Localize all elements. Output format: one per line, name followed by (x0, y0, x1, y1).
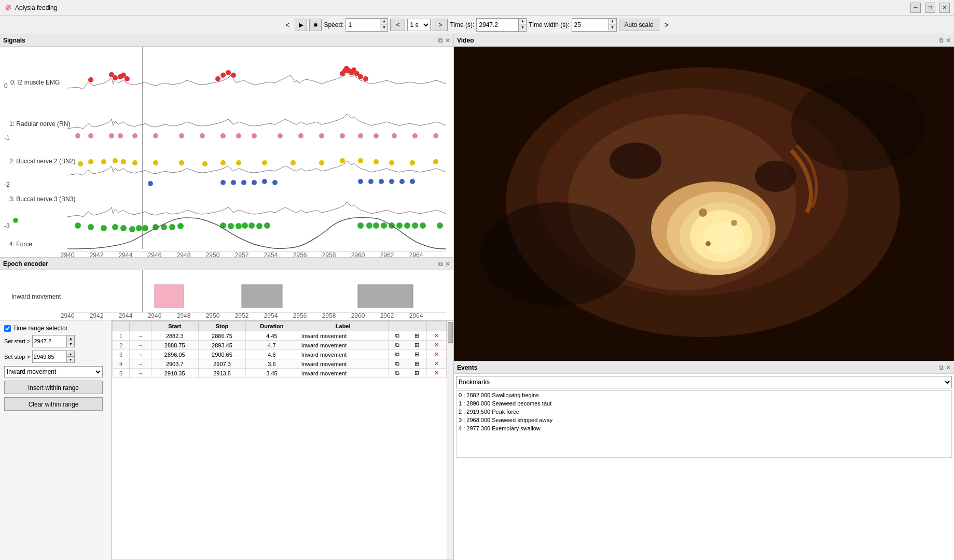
svg-text:2952: 2952 (235, 251, 249, 257)
col-duration[interactable]: Duration (246, 321, 298, 331)
speed-down-button[interactable]: ▼ (380, 24, 388, 30)
timewidth-spinner[interactable]: ▲ ▼ (609, 19, 616, 31)
time-down-button[interactable]: ▼ (519, 24, 526, 30)
row-start: 2896.05 (151, 350, 198, 359)
svg-point-77 (101, 225, 107, 231)
signals-panel-header: Signals ⧉ ✕ (0, 34, 453, 47)
row-arrow[interactable]: → (130, 331, 151, 341)
row-action-split[interactable]: ⧉ (388, 359, 407, 369)
row-arrow[interactable]: → (130, 359, 151, 369)
autoscale-button[interactable]: Auto scale (619, 19, 659, 31)
set-start-spinner[interactable]: ▲ ▼ (66, 335, 74, 347)
row-action-copy[interactable]: ⊞ (407, 350, 426, 359)
row-action-split[interactable]: ⧉ (388, 341, 407, 350)
clear-within-range-button[interactable]: Clear within range (4, 397, 103, 411)
table-scrollbar-thumb[interactable] (448, 322, 453, 343)
table-scrollbar[interactable] (447, 321, 453, 559)
svg-point-8 (215, 76, 220, 81)
epoch-panel: Epoch encoder ⧉ ✕ Inward movement (0, 258, 453, 320)
row-start: 2910.35 (151, 369, 198, 378)
close-button[interactable]: ✕ (939, 3, 950, 13)
svg-text:Inward movement: Inward movement (11, 293, 61, 300)
timewidth-down-button[interactable]: ▼ (609, 24, 616, 30)
row-arrow[interactable]: → (130, 350, 151, 359)
events-close-icon[interactable]: ✕ (946, 364, 951, 371)
time-input[interactable]: 2947.2 (477, 19, 518, 31)
set-stop-spinner[interactable]: ▲ ▼ (66, 351, 74, 362)
svg-point-73 (410, 179, 415, 184)
row-action-delete[interactable]: ✕ (426, 350, 446, 359)
col-stop[interactable]: Stop (198, 321, 245, 331)
time-range-checkbox[interactable] (4, 325, 11, 332)
nav-right-button[interactable]: > (433, 19, 448, 31)
nav-left-button[interactable]: < (390, 19, 405, 31)
row-action-copy[interactable]: ⊞ (407, 359, 426, 369)
bookmark-item[interactable]: 2 : 2919.500 Peak force (457, 408, 951, 416)
row-label: Inward movement (298, 369, 388, 378)
svg-point-79 (120, 225, 127, 231)
row-arrow[interactable]: → (130, 369, 151, 378)
bookmarks-dropdown[interactable]: Bookmarks (456, 376, 952, 388)
trace-label-0: 0: I2 muscle EMG (10, 79, 60, 86)
play-button[interactable]: ▶ (295, 19, 307, 31)
speed-up-button[interactable]: ▲ (380, 19, 388, 24)
table-scroll[interactable]: Start Stop Duration Label (112, 321, 447, 559)
signals-content: 0 -1 -2 -3 -4 0: I2 muscle EMG 1: Radula… (0, 47, 453, 257)
svg-point-102 (420, 222, 426, 229)
svg-point-62 (220, 180, 226, 185)
set-start-input[interactable]: 2947.2 (33, 335, 66, 347)
bookmark-item[interactable]: 4 : 2977.300 Exemplary swallow (457, 424, 951, 432)
set-start-up-button[interactable]: ▲ (67, 335, 74, 341)
maximize-button[interactable]: □ (925, 3, 935, 13)
bookmark-item[interactable]: 1 : 2890.000 Seaweed becomes taut (457, 399, 951, 408)
row-number: 2 (113, 341, 130, 350)
svg-text:2960: 2960 (351, 312, 365, 319)
row-action-copy[interactable]: ⊞ (407, 369, 426, 378)
row-arrow[interactable]: → (130, 341, 151, 350)
stop-button[interactable]: ■ (309, 19, 322, 31)
table-row: 5 → 2910.35 2913.8 3.45 Inward movement … (113, 369, 447, 378)
signals-restore-icon[interactable]: ⧉ (438, 37, 443, 44)
bookmark-item[interactable]: 0 : 2882.000 Swallowing begins (457, 391, 951, 399)
video-restore-icon[interactable]: ⧉ (939, 37, 944, 44)
svg-point-103 (437, 222, 443, 229)
signals-close-icon[interactable]: ✕ (445, 37, 450, 44)
row-action-split[interactable]: ⧉ (388, 350, 407, 359)
scroll-right-button[interactable]: > (661, 20, 672, 30)
epoch-restore-icon[interactable]: ⧉ (438, 260, 443, 268)
events-restore-icon[interactable]: ⧉ (939, 364, 944, 371)
col-label[interactable]: Label (298, 321, 388, 331)
set-start-down-button[interactable]: ▼ (67, 341, 74, 347)
time-up-button[interactable]: ▲ (519, 19, 526, 24)
events-panel-title: Events (457, 364, 477, 371)
speed-spinner[interactable]: ▲ ▼ (380, 19, 388, 31)
svg-point-7 (125, 76, 130, 81)
timewidth-input[interactable]: 25 (572, 19, 609, 31)
row-action-split[interactable]: ⧉ (388, 331, 407, 341)
speed-input[interactable]: 1 (346, 19, 380, 31)
row-action-delete[interactable]: ✕ (426, 369, 446, 378)
row-action-copy[interactable]: ⊞ (407, 341, 426, 350)
row-action-split[interactable]: ⧉ (388, 369, 407, 378)
svg-text:2944: 2944 (119, 251, 133, 257)
set-stop-down-button[interactable]: ▼ (67, 357, 74, 362)
bookmark-item[interactable]: 3 : 2968.000 Seaweed stripped away (457, 416, 951, 424)
row-action-delete[interactable]: ✕ (426, 341, 446, 350)
label-select[interactable]: Inward movement (4, 366, 103, 377)
epoch-close-icon[interactable]: ✕ (445, 260, 450, 268)
video-close-icon[interactable]: ✕ (946, 37, 951, 44)
minimize-button[interactable]: ─ (910, 3, 921, 13)
set-stop-up-button[interactable]: ▲ (67, 351, 74, 357)
row-action-delete[interactable]: ✕ (426, 331, 446, 341)
table-row: 2 → 2888.75 2893.45 4.7 Inward movement … (113, 341, 447, 350)
timewidth-up-button[interactable]: ▲ (609, 19, 616, 24)
col-start[interactable]: Start (151, 321, 198, 331)
set-stop-input[interactable]: 2949.85 (33, 351, 66, 362)
insert-within-range-button[interactable]: Insert within range (4, 381, 103, 394)
time-step-select[interactable]: 1 s 5 s 10 s (407, 19, 431, 31)
row-action-delete[interactable]: ✕ (426, 359, 446, 369)
row-action-copy[interactable]: ⊞ (407, 331, 426, 341)
svg-point-33 (298, 133, 303, 138)
scroll-left-button[interactable]: < (282, 20, 293, 30)
time-spinner[interactable]: ▲ ▼ (518, 19, 526, 31)
